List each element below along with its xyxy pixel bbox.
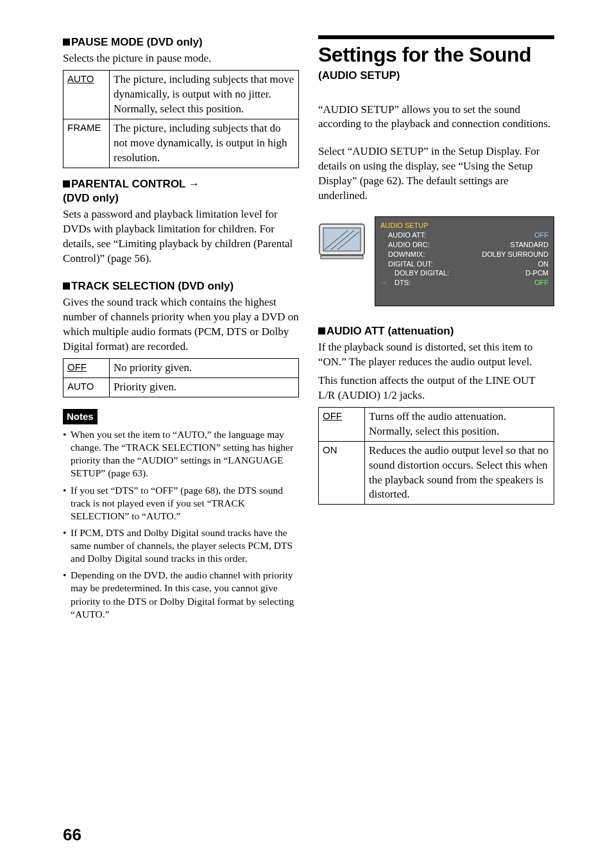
arrow-right-icon: → — [189, 178, 200, 190]
cell-val: The picture, including subjects that do … — [110, 119, 299, 168]
heading-track-selection: TRACK SELECTION (DVD only) — [63, 279, 299, 294]
cell-key: OFF — [323, 410, 342, 421]
heading-pause-mode: PAUSE MODE (DVD only) — [63, 35, 299, 50]
list-item: Depending on the DVD, the audio channel … — [63, 569, 299, 621]
svg-rect-5 — [321, 256, 363, 259]
osd-title: AUDIO SETUP — [380, 221, 548, 230]
heading-parental-control: PARENTAL CONTROL → (DVD only) — [63, 177, 299, 207]
cell-key: OFF — [67, 361, 87, 372]
table-row: OFF Turns off the audio attenuation. Nor… — [319, 407, 554, 441]
osd-panel: AUDIO SETUP AUDIO ATT:OFF AUDIO DRC:STAN… — [375, 216, 554, 306]
table-row: ON Reduces the audio output level so tha… — [319, 441, 554, 505]
text-audio-intro1: “AUDIO SETUP” allows you to set the soun… — [318, 103, 554, 132]
page-subtitle: (AUDIO SETUP) — [318, 69, 554, 83]
osd-illustration: AUDIO SETUP AUDIO ATT:OFF AUDIO DRC:STAN… — [318, 216, 554, 306]
section-rule — [318, 35, 554, 39]
heading-audio-att: AUDIO ATT (attenuation) — [318, 324, 554, 339]
text-audio-intro2: Select “AUDIO SETUP” in the Setup Displa… — [318, 144, 554, 204]
table-row: AUTO The picture, including subjects tha… — [64, 70, 299, 119]
cell-val: Turns off the audio attenuation. Normall… — [365, 407, 554, 441]
cell-val: Priority given. — [110, 378, 299, 397]
page-number: 66 — [63, 824, 81, 846]
svg-rect-1 — [323, 228, 361, 251]
text-pause-intro: Selects the picture in pause mode. — [63, 51, 299, 66]
osd-arrow-icon: → — [380, 278, 387, 288]
table-row: FRAME The picture, including subjects th… — [64, 119, 299, 168]
text-att-1: If the playback sound is distorted, set … — [318, 340, 554, 370]
table-row: AUTO Priority given. — [64, 378, 299, 397]
cell-key: AUTO — [67, 381, 94, 392]
tv-icon — [318, 220, 370, 261]
list-item: When you set the item to “AUTO,” the lan… — [63, 428, 299, 480]
list-item: If PCM, DTS and Dolby Digital sound trac… — [63, 526, 299, 565]
cell-key: ON — [323, 444, 337, 455]
text-track: Gives the sound track which contains the… — [63, 295, 299, 354]
table-audio-att: OFF Turns off the audio attenuation. Nor… — [318, 407, 554, 505]
cell-key: FRAME — [67, 122, 101, 133]
table-track-selection: OFF No priority given. AUTO Priority giv… — [63, 358, 299, 397]
text-att-2: This function affects the output of the … — [318, 374, 554, 403]
cell-key: AUTO — [67, 73, 94, 84]
cell-val: Reduces the audio output level so that n… — [365, 441, 554, 505]
notes-label: Notes — [63, 409, 98, 424]
notes-list: When you set the item to “AUTO,” the lan… — [63, 428, 299, 621]
text-parental: Sets a password and playback limitation … — [63, 207, 299, 266]
table-row: OFF No priority given. — [64, 358, 299, 378]
cell-val: The picture, including subjects that mov… — [110, 70, 299, 119]
table-pause-mode: AUTO The picture, including subjects tha… — [63, 70, 299, 168]
list-item: If you set “DTS” to “OFF” (page 68), the… — [63, 484, 299, 523]
page-title: Settings for the Sound — [318, 44, 554, 66]
cell-val: No priority given. — [110, 358, 299, 378]
